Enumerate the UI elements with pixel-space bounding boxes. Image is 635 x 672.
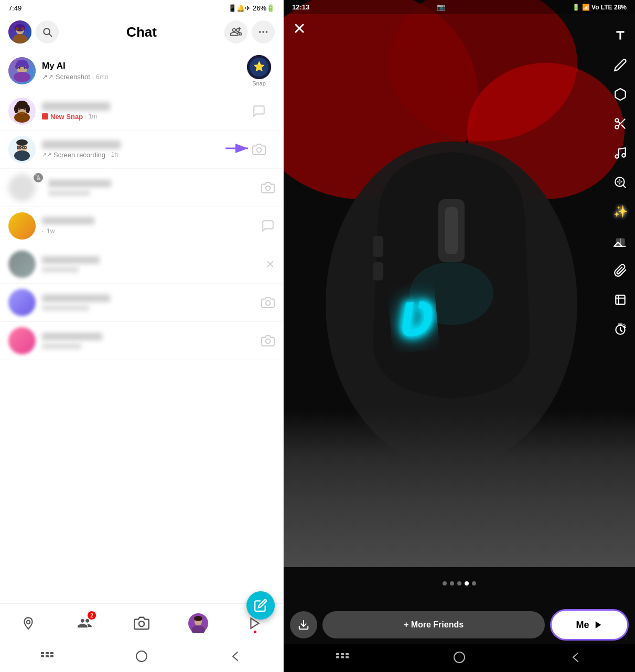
snap-sys-back[interactable] [567,648,586,667]
sys-home-button[interactable] [132,647,151,666]
eraser-tool-button[interactable] [611,232,630,251]
chat-item-screen-recording[interactable]: ↗↗ Screen recording · 1h [0,131,283,169]
me-label: Me [576,620,589,631]
muted-overlay [34,173,43,182]
add-friend-button[interactable] [224,20,247,44]
blurred-avatar-4 [8,289,36,316]
blurred-avatar-3 [8,251,36,278]
crop-tool-button[interactable] [611,290,630,309]
svg-point-35 [16,139,28,146]
svg-point-40 [24,147,25,148]
user2-preview: New Snap · 1m [42,113,243,121]
pencil-tool-button[interactable] [611,56,630,74]
nav-friends[interactable]: 2 [72,610,98,636]
blurred-info-4 [42,295,261,311]
me-send-button[interactable]: Me [550,609,629,641]
svg-point-10 [259,31,261,33]
blurred-row-3[interactable]: ✕ [0,245,283,284]
blurred-avatar-5 [8,327,36,354]
user-avatar[interactable] [8,20,31,44]
svg-rect-67 [445,207,458,254]
snap-camera-icon: 📷 [437,3,445,11]
scissors-tool-button[interactable] [611,114,630,133]
stories-badge [254,631,256,633]
chat-header: Chat [0,16,283,50]
music-tool-button[interactable] [611,144,630,162]
blurred-row-2[interactable]: · 1w [0,207,283,245]
blurred-row-5[interactable] [0,322,283,360]
svg-point-42 [257,148,262,153]
left-time: 7:49 [8,4,21,12]
blurred-avatar-1 [8,174,36,201]
chat-item-new-snap[interactable]: New Snap · 1m [0,92,283,131]
nav-map[interactable] [15,610,41,636]
blurred-name-5 [42,333,102,340]
blurred-name-4 [42,295,110,302]
nav-profile[interactable] [185,610,211,636]
svg-line-7 [49,34,52,37]
user2-info: New Snap · 1m [42,102,243,121]
svg-marker-91 [595,621,601,628]
snap-status-right: 🔋 📶 Vo LTE 28% [572,4,627,11]
svg-point-47 [27,621,30,624]
my-ai-preview: ↗↗ Screenshot · 6mo [42,73,243,81]
snap-sys-home[interactable] [450,648,469,667]
camera-icon-row5 [261,334,275,348]
blurred-info-2: · 1w [42,217,261,235]
svg-line-77 [622,125,625,128]
dot-3 [457,581,461,586]
nav-camera[interactable] [128,610,155,636]
blurred-row-1[interactable] [0,169,283,207]
sys-back-button[interactable] [227,647,245,666]
svg-rect-55 [46,652,49,654]
svg-point-29 [26,105,30,113]
my-ai-avatar [8,57,36,84]
svg-rect-68 [373,236,383,257]
svg-line-78 [618,122,620,124]
svg-rect-94 [346,653,349,655]
svg-rect-96 [341,656,344,658]
x-icon-row3: ✕ [266,258,275,270]
svg-point-30 [18,108,20,110]
chat-item-my-ai[interactable]: My AI ↗↗ Screenshot · 6mo [0,50,283,92]
sys-menu-button[interactable] [38,647,57,666]
sticker-tool-button[interactable] [611,85,630,104]
row2-time: 1w [47,227,55,235]
left-panel: 7:49 📱🔔✈ 26%🔋 [0,0,283,672]
snap-toolbar: ✨ [611,26,630,339]
more-options-button[interactable] [252,20,275,44]
chat-list: My AI ↗↗ Screenshot · 6mo [0,50,283,603]
blurred-preview-3 [42,267,79,273]
svg-point-5 [21,27,24,30]
my-ai-info: My AI ↗↗ Screenshot · 6mo [42,61,243,81]
user2-name-blurred [42,102,110,111]
snap-sys-menu[interactable] [333,648,352,667]
nav-stories[interactable] [242,610,268,636]
svg-point-17 [14,72,30,82]
snap-bottom-controls: + More Friends Me [284,609,635,641]
blurred-info-5 [42,333,261,349]
blurred-name-2 [42,217,94,224]
search-button[interactable] [36,20,59,44]
user3-avatar [8,136,36,163]
fabric-area [284,410,635,567]
snap-system-nav [284,644,635,672]
svg-rect-86 [616,295,625,304]
search-lens-tool-button[interactable] [611,173,630,192]
snap-status-bar: 12:13 📷 🔋 📶 Vo LTE 28% [284,0,635,14]
more-friends-button[interactable]: + More Friends [322,611,545,638]
paperclip-tool-button[interactable] [611,261,630,280]
text-tool-button[interactable] [611,26,630,45]
blurred-info-3 [42,256,266,273]
snap-background: ʋ [284,0,635,672]
blurred-row-4[interactable] [0,284,283,322]
user3-preview: ↗↗ Screen recording · 1h [42,151,243,159]
svg-rect-95 [336,656,339,658]
download-button[interactable] [290,611,317,638]
timer-tool-button[interactable] [611,320,630,339]
svg-point-52 [194,616,202,621]
svg-rect-93 [341,653,344,655]
magic-tool-button[interactable]: ✨ [611,202,630,221]
snap-close-button[interactable] [292,21,307,39]
snap-progress-dots [284,581,635,586]
